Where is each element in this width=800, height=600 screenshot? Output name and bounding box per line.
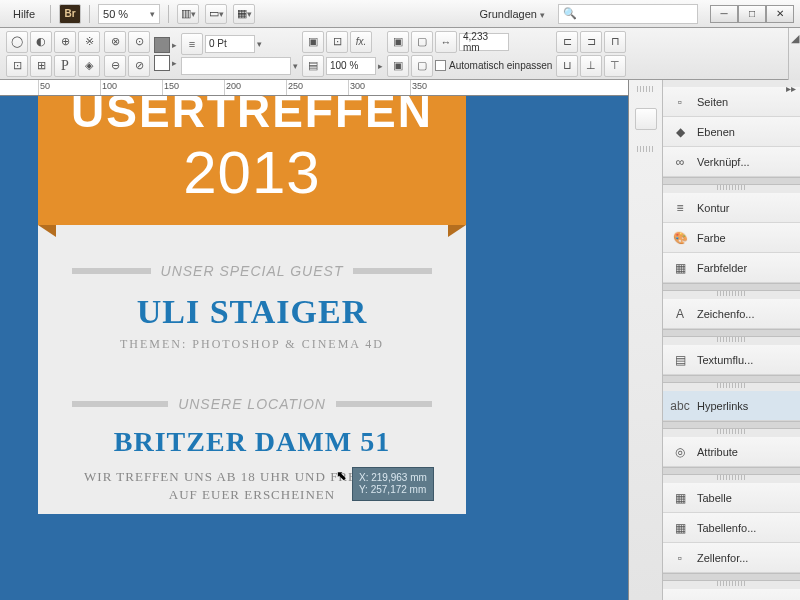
tool-icon[interactable]: ⊖ [104,55,126,77]
panel-label: Farbfelder [697,262,747,274]
panel-icon: ∞ [671,154,689,170]
panel-label: Seiten [697,96,728,108]
panel-item[interactable]: ▫Seiten [663,87,800,117]
screen-mode-button[interactable]: ▭▾ [205,4,227,24]
align-icon[interactable]: ⊓ [604,31,626,53]
ruler-tick-label: 150 [164,81,179,91]
maximize-button[interactable]: □ [738,5,766,23]
chevron-down-icon: ▸ [172,40,177,50]
panel-label: Kontur [697,202,729,214]
autofit-checkbox[interactable]: Automatisch einpassen [435,60,552,71]
align-icon[interactable]: ⊥ [580,55,602,77]
panel-item[interactable]: ◆Ebenen [663,117,800,147]
grip-icon [637,86,655,92]
view-options-button[interactable]: ▥▾ [177,4,199,24]
stroke-weight-field[interactable]: 0 Pt [205,35,255,53]
panel-icon: 🎨 [671,230,689,246]
tool-icon[interactable]: P [54,55,76,77]
effects-button[interactable]: fx. [350,31,372,53]
stroke-swatch[interactable] [154,55,170,71]
panel-item[interactable]: ▭Absatzfor... [663,589,800,600]
panel-item[interactable]: 🎨Farbe [663,223,800,253]
tool-icon[interactable]: ※ [78,31,100,53]
grip-icon [637,146,655,152]
divider-location: UNSERE LOCATION [72,396,432,412]
panel-label: Tabellenfo... [697,522,756,534]
align-icon[interactable]: ⊤ [604,55,626,77]
align-icon[interactable]: ⊐ [580,31,602,53]
panel-item[interactable]: AZeichenfo... [663,299,800,329]
panel-item[interactable]: ∞Verknüpf... [663,147,800,177]
document-canvas[interactable]: USERTREFFEN 2013 UNSER SPECIAL GUEST ULI… [0,96,628,600]
collapsed-panel-icon[interactable] [635,108,657,130]
grip-icon [717,475,747,480]
panel-icon: ▫ [671,94,689,110]
stroke-style-field[interactable] [181,57,291,75]
menu-help[interactable]: Hilfe [6,5,42,23]
search-icon: 🔍 [563,7,577,20]
ruler-tick-label: 100 [102,81,117,91]
tool-icon[interactable]: ◐ [30,31,52,53]
workspace-switcher[interactable]: Grundlagen ▾ [472,5,552,23]
tool-icon[interactable]: ⊙ [128,31,150,53]
tool-icon[interactable]: ◈ [78,55,100,77]
location-name: BRITZER DAMM 51 [72,426,432,458]
panel-item[interactable]: ▤Textumflu... [663,345,800,375]
ruler-tick-label: 350 [412,81,427,91]
tool-icon[interactable]: ▣ [302,31,324,53]
tool-icon[interactable]: ◯ [6,31,28,53]
fitting-icon[interactable]: ↔ [435,31,457,53]
zoom-level-field[interactable]: 50 %▾ [98,4,160,24]
panel-icon: ◆ [671,124,689,140]
divider-guest: UNSER SPECIAL GUEST [72,263,432,279]
application-menubar: Hilfe Br 50 %▾ ▥▾ ▭▾ ▦▾ Grundlagen ▾ 🔍 ─… [0,0,800,28]
grip-icon [717,429,747,434]
panel-label: Hyperlinks [697,400,748,412]
minimize-button[interactable]: ─ [710,5,738,23]
align-icon[interactable]: ⊔ [556,55,578,77]
tool-icon[interactable]: ⊡ [6,55,28,77]
stroke-weight-stepper[interactable]: ≡ [181,33,203,55]
panel-group-separator [663,421,800,429]
panel-item[interactable]: ▫Zellenfor... [663,543,800,573]
tool-icon[interactable]: ⊡ [326,31,348,53]
fitting-icon[interactable]: ▣ [387,55,409,77]
tool-icon[interactable]: ⊗ [104,31,126,53]
tool-icon[interactable]: ⊘ [128,55,150,77]
panel-item[interactable]: ▦Tabelle [663,483,800,513]
panel-item[interactable]: abcHyperlinks [663,391,800,421]
panel-item[interactable]: ≡Kontur [663,193,800,223]
cursor-y: Y: 257,172 mm [359,484,427,496]
panel-flyout-icon[interactable]: ▸▸ [786,83,796,94]
separator [89,5,90,23]
search-field[interactable]: 🔍 [558,4,698,24]
guest-name: ULI STAIGER [72,293,432,331]
workspace-area: Grundlagen ▾ 🔍 ─ □ ✕ [472,4,794,24]
bridge-button[interactable]: Br [59,4,81,24]
arrange-button[interactable]: ▦▾ [233,4,255,24]
panel-label: Ebenen [697,126,735,138]
panel-item[interactable]: ◎Attribute [663,437,800,467]
panel-item[interactable]: ▦Tabellenfo... [663,513,800,543]
panel-dock: ▸▸ ▫Seiten◆Ebenen∞Verknüpf...≡Kontur🎨Far… [628,80,800,600]
tool-icon[interactable]: ⊕ [54,31,76,53]
panel-item[interactable]: ▦Farbfelder [663,253,800,283]
tool-icon[interactable]: ⊞ [30,55,52,77]
banner-title: USERTREFFEN [38,96,466,138]
width-field[interactable]: 4,233 mm [459,33,509,51]
panel-label: Zellenfor... [697,552,748,564]
fitting-icon[interactable]: ▢ [411,31,433,53]
panel-icon: ▫ [671,550,689,566]
align-icon[interactable]: ⊏ [556,31,578,53]
fitting-icon[interactable]: ▣ [387,31,409,53]
tool-icon[interactable]: ▤ [302,55,324,77]
fitting-icon[interactable]: ▢ [411,55,433,77]
chevron-down-icon: ▾ [150,9,155,19]
fill-swatch[interactable] [154,37,170,53]
panel-icon: A [671,306,689,322]
guest-subtitle: THEMEN: PHOTOSHOP & CINEMA 4D [72,337,432,352]
opacity-field[interactable]: 100 % [326,57,376,75]
control-bar-flyout[interactable]: ◢ [788,28,800,80]
close-button[interactable]: ✕ [766,5,794,23]
ruler-tick-label: 200 [226,81,241,91]
